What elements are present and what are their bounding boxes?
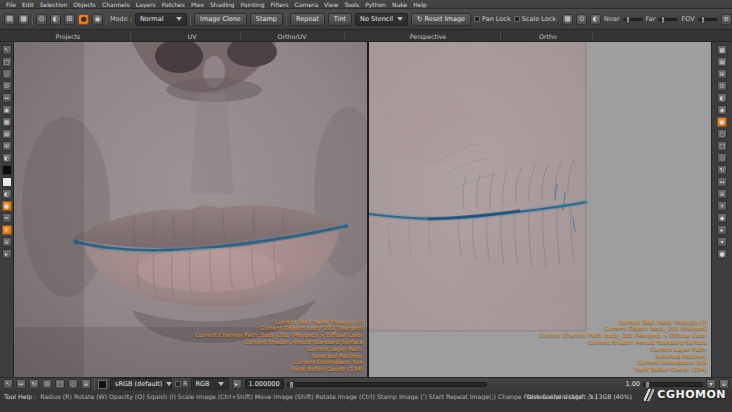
lights-panel-icon[interactable]: ◉ xyxy=(717,105,727,115)
pan-lock-checkbox[interactable] xyxy=(474,16,480,22)
pan-tool-icon[interactable]: ↔ xyxy=(2,93,12,103)
collapse-panel-icon[interactable]: ▾ xyxy=(717,237,727,247)
near-slider[interactable] xyxy=(623,18,643,21)
lighting-icon[interactable]: ▦ xyxy=(562,14,573,25)
clone-tool-icon[interactable]: ⊞ xyxy=(2,141,12,151)
menu-camera[interactable]: Camera xyxy=(292,0,322,9)
patches-panel-icon[interactable]: ⊞ xyxy=(717,69,727,79)
background-color-swatch[interactable] xyxy=(2,177,12,187)
history-view-icon[interactable]: ◇ xyxy=(717,153,727,163)
resize-transform-icon[interactable]: ↔ xyxy=(16,379,26,389)
warp-tool-icon[interactable]: ≈ xyxy=(2,213,12,223)
tab-projects[interactable]: Projects xyxy=(38,30,98,42)
menu-painting[interactable]: Painting xyxy=(237,0,267,9)
paint-buffer-icon[interactable]: ⊞ xyxy=(64,14,75,25)
eyedropper-tool-icon[interactable]: ◉ xyxy=(2,105,12,115)
menu-tools[interactable]: Tools xyxy=(341,0,362,9)
smudge-tool-icon[interactable]: ≡ xyxy=(2,237,12,247)
paint-through-tool-icon[interactable]: ● xyxy=(2,201,12,211)
fov-slider[interactable] xyxy=(698,18,718,21)
marquee-tool-icon[interactable]: □ xyxy=(2,57,12,67)
display-mode-select[interactable]: RGB xyxy=(191,378,229,391)
blur-tool-icon[interactable]: ◐ xyxy=(2,153,12,163)
menu-patches[interactable]: Patches xyxy=(159,0,188,9)
bounds-icon[interactable]: □ xyxy=(55,379,65,389)
pivot-icon[interactable]: ⊙ xyxy=(42,379,52,389)
zoom-tool-icon[interactable]: ⊙ xyxy=(2,81,12,91)
paint-color-swatch[interactable] xyxy=(98,380,107,389)
transform-panel-icon[interactable]: ↔ xyxy=(717,177,727,187)
shaders-panel-icon[interactable]: ◐ xyxy=(717,93,727,103)
menu-selection[interactable]: Selection xyxy=(37,0,71,9)
paint-tool-icon[interactable]: ▦ xyxy=(2,117,12,127)
slice-tool-icon[interactable]: × xyxy=(2,225,12,235)
tint-button[interactable]: Tint xyxy=(328,13,352,26)
options-icon[interactable]: ≡ xyxy=(81,379,91,389)
mask-tool-icon[interactable]: ▸ xyxy=(2,249,12,259)
paint-mode-select[interactable]: Normal xyxy=(135,13,187,26)
menu-channels[interactable]: Channels xyxy=(99,0,133,9)
viewport-ortho[interactable]: Current Tool: Paint Through (?) Current … xyxy=(369,42,711,377)
gradient-tool-icon[interactable]: ◐ xyxy=(2,189,12,199)
brush-tool-icon[interactable]: ⊙ xyxy=(36,14,47,25)
pan-lock-toggle[interactable]: Pan Lock xyxy=(474,15,511,23)
view-options-icon[interactable]: ≡ xyxy=(721,14,732,25)
erase-tool-icon[interactable]: ▤ xyxy=(2,129,12,139)
projectors-panel-icon[interactable]: ● xyxy=(717,117,727,127)
shadow-icon[interactable]: ⊙ xyxy=(576,14,587,25)
menu-python[interactable]: Python xyxy=(362,0,389,9)
tab-ortho[interactable]: Ortho xyxy=(518,30,578,42)
stencil-select[interactable]: No Stencil xyxy=(355,13,408,26)
menu-help[interactable]: Help xyxy=(410,0,430,9)
project-save-icon[interactable]: ▤ xyxy=(4,14,15,25)
stamp-button[interactable]: Stamp xyxy=(250,13,283,26)
tab-perspective[interactable]: Perspective xyxy=(388,30,468,42)
layers-panel-icon[interactable]: ▤ xyxy=(717,57,727,67)
menu-view[interactable]: View xyxy=(321,0,341,9)
lasso-tool-icon[interactable]: ◇ xyxy=(2,69,12,79)
repeat-button[interactable]: Repeat xyxy=(290,13,325,26)
menu-file[interactable]: File xyxy=(3,0,19,9)
blend-mode-icon[interactable]: ◐ xyxy=(50,14,61,25)
tab-ortho-uv[interactable]: Ortho/UV xyxy=(257,30,327,42)
channels-panel-icon[interactable]: ▦ xyxy=(717,45,727,55)
color-manager-icon[interactable]: □ xyxy=(717,141,727,151)
image-clone-button[interactable]: Image Clone xyxy=(194,13,247,26)
select-tool-icon[interactable]: ↖ xyxy=(2,45,12,55)
rotate-transform-icon[interactable]: ↻ xyxy=(29,379,39,389)
close-panel-icon[interactable]: × xyxy=(717,201,727,211)
menu-ptex[interactable]: Ptex xyxy=(188,0,207,9)
menu-shading[interactable]: Shading xyxy=(207,0,237,9)
menu-filters[interactable]: Filters xyxy=(268,0,292,9)
objects-panel-icon[interactable]: ⊙ xyxy=(717,81,727,91)
paint-through-active-icon[interactable]: ● xyxy=(78,14,89,25)
reset-image-button[interactable]: ↻ Reset Image xyxy=(411,13,471,26)
record-icon[interactable]: ● xyxy=(717,249,727,259)
scale-lock-toggle[interactable]: Scale Lock xyxy=(514,15,556,23)
move-transform-icon[interactable]: ↖ xyxy=(3,379,13,389)
mirror-projection-icon[interactable]: ◐ xyxy=(590,14,601,25)
image-manager-icon[interactable]: ○ xyxy=(717,129,727,139)
menu-objects[interactable]: Objects xyxy=(70,0,99,9)
buffer-scale-slider[interactable] xyxy=(643,382,703,387)
paint-opacity-field[interactable]: 1.000000 xyxy=(245,379,284,389)
opacity-icon[interactable]: ▸ xyxy=(232,379,242,389)
undo-history-icon[interactable]: ↻ xyxy=(717,165,727,175)
tab-uv[interactable]: UV xyxy=(162,30,222,42)
menu-layers[interactable]: Layers xyxy=(133,0,159,9)
foreground-color-swatch[interactable] xyxy=(2,165,12,175)
project-settings-icon[interactable]: ▦ xyxy=(18,14,29,25)
channel-r-checkbox[interactable] xyxy=(175,381,181,387)
paint-opacity-slider[interactable] xyxy=(287,382,487,387)
far-slider[interactable] xyxy=(658,18,678,21)
viewport-perspective[interactable]: Current Tool: Paint Through (?) Current … xyxy=(14,42,367,377)
colorspace-select[interactable]: sRGB (default) xyxy=(110,378,172,391)
python-console-icon[interactable]: ≡ xyxy=(717,189,727,199)
snap-icon[interactable]: ◇ xyxy=(68,379,78,389)
eyedropper-icon[interactable]: ◉ xyxy=(92,14,103,25)
channel-r-toggle[interactable]: R xyxy=(175,380,188,388)
menu-edit[interactable]: Edit xyxy=(19,0,37,9)
play-controls-icon[interactable]: ▸ xyxy=(717,225,727,235)
snapshots-panel-icon[interactable]: ◆ xyxy=(717,213,727,223)
scale-lock-checkbox[interactable] xyxy=(514,16,520,22)
